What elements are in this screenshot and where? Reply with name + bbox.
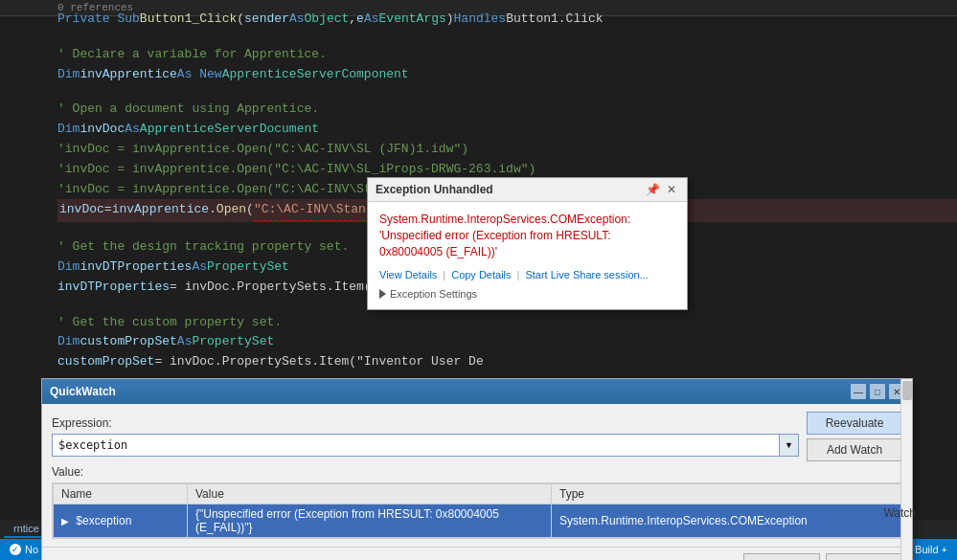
code-line-dim1: Dim invApprentice As New ApprenticeServe…	[57, 65, 957, 85]
quickwatch-bottom-bar: Close Help	[42, 547, 912, 560]
expression-row: Expression: ▼ Reevaluate Add Watch	[52, 412, 902, 461]
col-type-header: Type	[552, 484, 901, 504]
row-value: {"Unspecified error (Exception from HRES…	[188, 504, 552, 538]
table-row[interactable]: ▶ $exception {"Unspecified error (Except…	[54, 504, 901, 538]
row-name-value: $exception	[76, 514, 131, 527]
expression-field-row: ▼	[52, 434, 799, 457]
quickwatch-minimize-button[interactable]: —	[851, 384, 866, 399]
watch-panel-indicator: Watch	[883, 506, 916, 520]
scrollbar-thumb	[902, 381, 912, 400]
table-body: ▶ $exception {"Unspecified error (Except…	[54, 504, 901, 538]
expression-dropdown-button[interactable]: ▼	[780, 434, 799, 457]
table-header-row: Name Value Type	[54, 484, 901, 504]
start-live-share-link[interactable]: Start Live Share session...	[525, 269, 648, 280]
exception-dialog: Exception Unhandled 📌 ✕ System.Runtime.I…	[367, 177, 688, 310]
quickwatch-dialog: QuickWatch — □ ✕ Expression: ▼ Reevaluat…	[41, 378, 913, 560]
add-watch-button[interactable]: Add Watch	[807, 438, 902, 461]
code-custom-assign: customPropSet = invDoc.PropertySets.Item…	[57, 352, 957, 372]
exception-pin-button[interactable]: 📌	[645, 182, 660, 197]
exception-message: System.Runtime.InteropServices.COMExcept…	[379, 212, 675, 259]
code-line-blank-2	[57, 84, 957, 100]
code-comment-custom: ' Get the custom property set.	[57, 313, 957, 333]
exception-body: System.Runtime.InteropServices.COMExcept…	[368, 202, 687, 309]
code-line-blank-1	[57, 30, 957, 45]
quickwatch-title: QuickWatch	[50, 385, 116, 398]
expand-triangle-icon	[379, 289, 386, 299]
exception-settings-label: Exception Settings	[390, 288, 477, 300]
code-dim-custom: Dim customPropSet As PropertySet	[57, 332, 957, 352]
watch-label: Watch	[883, 506, 916, 520]
table-header: Name Value Type	[54, 484, 901, 504]
quickwatch-maximize-button[interactable]: □	[870, 384, 885, 399]
quickwatch-action-buttons: Reevaluate Add Watch	[807, 412, 902, 461]
exception-titlebar: Exception Unhandled 📌 ✕	[368, 178, 687, 202]
col-name-header: Name	[54, 484, 188, 504]
close-button[interactable]: Close	[743, 553, 820, 560]
expression-label: Expression:	[52, 416, 799, 430]
build-plus-area: Build +	[915, 544, 947, 555]
code-line-comment-1: ' Declare a variable for Apprentice.	[57, 45, 957, 65]
row-type: System.Runtime.InteropServices.COMExcept…	[552, 504, 901, 538]
value-table: Name Value Type ▶ $exception {"Unspecifi…	[53, 483, 901, 538]
code-dim-invdoc: Dim invDoc As ApprenticeServerDocument	[57, 120, 957, 140]
value-table-container: Name Value Type ▶ $exception {"Unspecifi…	[52, 482, 902, 539]
col-value-header: Value	[188, 484, 552, 504]
expression-input[interactable]	[52, 434, 780, 457]
copy-details-link[interactable]: Copy Details	[451, 269, 511, 280]
build-plus-label: Build +	[915, 544, 947, 555]
expand-icon: ▶	[61, 516, 69, 526]
code-comment-invdoc1: 'invDoc = invApprentice.Open("C:\AC-INV\…	[57, 140, 957, 160]
view-details-link[interactable]: View Details	[379, 269, 437, 280]
code-comment-open: ' Open a document using Apprentice.	[57, 100, 957, 120]
exception-settings[interactable]: Exception Settings	[379, 288, 675, 300]
expression-input-area: Expression: ▼	[52, 416, 799, 457]
exception-title-buttons: 📌 ✕	[645, 182, 679, 197]
kw-private: Private Sub	[57, 10, 140, 30]
row-name: ▶ $exception	[54, 504, 188, 538]
table-scrollbar[interactable]	[900, 379, 912, 560]
code-text: (	[237, 10, 244, 30]
exception-title: Exception Unhandled	[376, 183, 493, 196]
value-label: Value:	[52, 465, 902, 479]
exception-close-button[interactable]: ✕	[664, 182, 679, 197]
check-icon: ✓	[10, 544, 21, 555]
quickwatch-body: Expression: ▼ Reevaluate Add Watch Value…	[42, 404, 912, 547]
method-name: Button1_Click	[140, 10, 237, 30]
exception-links: View Details | Copy Details | Start Live…	[379, 269, 675, 280]
quickwatch-titlebar: QuickWatch — □ ✕	[42, 379, 912, 404]
code-line-1: Private Sub Button1_Click ( sender As Ob…	[57, 10, 957, 30]
help-button[interactable]: Help	[826, 553, 902, 560]
quickwatch-title-buttons: — □ ✕	[851, 384, 904, 399]
reevaluate-button[interactable]: Reevaluate	[807, 412, 902, 435]
